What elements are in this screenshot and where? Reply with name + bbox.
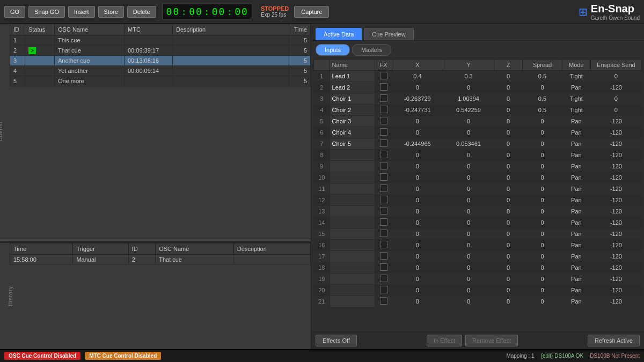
timecode-hours: 00 [166,6,180,17]
dcell-id: 17 [314,251,330,262]
dcell-id: 19 [314,274,330,285]
list-item[interactable]: 21 0 0 0 0 Pan -120 [314,296,642,307]
dcell-z: 0 [494,228,523,240]
dcell-enspace: -120 [590,262,641,274]
fx-unchecked [380,151,387,158]
fx-unchecked [380,230,387,237]
dcell-y: 0 [443,217,494,228]
table-row[interactable]: 2 > That cue 00:09:39:17 5 [10,46,311,56]
in-effect-button[interactable]: In Effect [427,335,462,346]
capture-button[interactable]: Capture [294,6,329,18]
list-item[interactable]: 4 Choir 2 -0.247731 0.542259 0 0.5 Tight… [314,105,642,116]
list-item[interactable]: 13 0 0 0 0 Pan -120 [314,206,642,217]
fx-unchecked [380,128,387,136]
dcell-x: 0 [392,127,443,138]
dcell-id: 20 [314,285,330,296]
tab-cue-preview[interactable]: Cue Preview [364,28,413,40]
cell-oscname: This cue [55,35,125,46]
list-item[interactable]: 9 0 0 0 0 Pan -120 [314,161,642,172]
list-item[interactable]: 16 0 0 0 0 Pan -120 [314,240,642,251]
list-item[interactable]: 15 0 0 0 0 Pan -120 [314,228,642,240]
dcell-x: 0 [392,150,443,161]
dcell-name: Lead 1 [330,71,375,82]
status-right: Mapping : 1 {edit} DS100A OK DS100B Not … [506,353,640,359]
table-row[interactable]: 4 Yet another 00:00:09:14 5 [10,66,311,76]
table-row[interactable]: 5 One more 5 [10,76,311,86]
cell-status [25,66,55,76]
dth-name: Name [330,60,375,71]
dcell-z: 0 [494,127,523,138]
list-item[interactable]: 18 0 0 0 0 Pan -120 [314,262,642,274]
dcell-fx [375,82,392,93]
cell-status: > [25,46,55,56]
data-table-wrapper[interactable]: Name FX X Y Z Spread Mode Enspace Send 1… [311,59,644,331]
list-item[interactable]: 6 Choir 4 0 0 0 0 Pan -120 [314,127,642,138]
dcell-z: 0 [494,138,523,150]
timecode-display: 00 : 00 : 00 : 00 [163,4,252,19]
snap-go-button[interactable]: Snap GO [28,6,65,18]
dcell-mode: Pan [562,285,590,296]
dcell-name: Choir 5 [330,138,375,150]
dcell-spread: 0 [522,285,562,296]
cell-desc [173,56,289,66]
dcell-enspace: 0 [590,93,641,105]
fx-unchecked [380,297,387,305]
dcell-id: 14 [314,217,330,228]
data-table: Name FX X Y Z Spread Mode Enspace Send 1… [313,59,642,307]
refresh-active-button[interactable]: Refresh Active [588,335,640,346]
status-arrow: > [28,47,36,54]
dcell-z: 0 [494,71,523,82]
tab-active-data[interactable]: Active Data [316,28,362,40]
dcell-enspace: -120 [590,195,641,206]
delete-button[interactable]: Delete [127,6,156,18]
list-item[interactable]: 3 Choir 1 -0.263729 1.00394 0 0.5 Tight … [314,93,642,105]
subtab-inputs[interactable]: Inputs [316,44,350,56]
dcell-fx [375,127,392,138]
dcell-enspace: -120 [590,251,641,262]
dcell-name [330,172,375,183]
th-id: ID [10,24,25,35]
dcell-fx [375,274,392,285]
list-item[interactable]: 10 0 0 0 0 Pan -120 [314,172,642,183]
hth-id: ID [128,243,155,255]
dcell-mode: Pan [562,138,590,150]
store-button[interactable]: Store [98,6,124,18]
dcell-spread: 0 [522,206,562,217]
go-button[interactable]: GO [4,6,25,18]
dth-x: X [392,60,443,71]
dcell-enspace: 0 [590,105,641,116]
dcell-name: Choir 2 [330,105,375,116]
list-item[interactable]: 8 0 0 0 0 Pan -120 [314,150,642,161]
dcell-fx [375,183,392,195]
table-row[interactable]: 1 This cue 5 [10,35,311,46]
list-item[interactable]: 11 0 0 0 0 Pan -120 [314,183,642,195]
list-item[interactable]: 14 0 0 0 0 Pan -120 [314,217,642,228]
cell-id: 2 [10,46,25,56]
table-row[interactable]: 15:58:00 Manual 2 That cue [10,255,311,265]
remove-effect-button[interactable]: Remove Effect [465,335,518,346]
list-item[interactable]: 7 Choir 5 -0.244966 0.053461 0 0 Pan -12… [314,138,642,150]
dcell-x: 0 [392,116,443,127]
dcell-name [330,274,375,285]
list-item[interactable]: 17 0 0 0 0 Pan -120 [314,251,642,262]
list-item[interactable]: 1 Lead 1 0.4 0.3 0 0.5 Tight 0 [314,71,642,82]
effects-off-button[interactable]: Effects Off [316,335,357,346]
fx-unchecked [380,184,387,192]
subtab-masters[interactable]: Masters [352,44,391,56]
list-item[interactable]: 12 0 0 0 0 Pan -120 [314,195,642,206]
table-row[interactable]: 3 Another cue 00:13:08:16 5 [10,56,311,66]
list-item[interactable]: 2 Lead 2 0 0 0 0 Pan -120 [314,82,642,93]
list-item[interactable]: 20 0 0 0 0 Pan -120 [314,285,642,296]
fx-unchecked [380,263,387,271]
dcell-y: 0 [443,183,494,195]
fx-unchecked [380,275,387,282]
dcell-enspace: -120 [590,285,641,296]
list-item[interactable]: 19 0 0 0 0 Pan -120 [314,274,642,285]
dcell-z: 0 [494,285,523,296]
dcell-spread: 0 [522,183,562,195]
dcell-spread: 0 [522,251,562,262]
list-item[interactable]: 5 Choir 3 0 0 0 0 Pan -120 [314,116,642,127]
cell-oscname: One more [55,76,125,86]
dcell-enspace: -120 [590,240,641,251]
insert-button[interactable]: Insert [68,6,95,18]
